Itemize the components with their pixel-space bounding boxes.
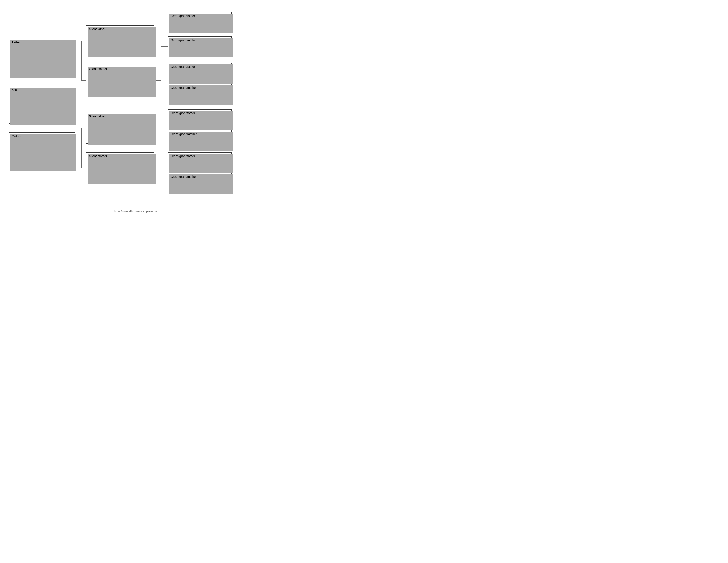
you-box: You: [9, 86, 75, 124]
great-grandmother-3-label: Great-grandmother: [171, 132, 197, 136]
great-grandfather-3-label: Great-grandfather: [171, 111, 195, 115]
great-grandmother-2-label: Great-grandmother: [171, 86, 197, 89]
grandfather-paternal-label: Grandfather: [89, 27, 105, 31]
great-grandfather-1-label: Great-grandfather: [171, 14, 195, 18]
great-grandmother-4-box: Great-grandmother: [168, 173, 232, 193]
great-grandfather-4-box: Great-grandfather: [168, 152, 232, 172]
great-grandmother-2-box: Great-grandmother: [168, 84, 232, 104]
footer-url: https://www.allbusinesstemplates.com: [114, 210, 159, 213]
you-label: You: [12, 88, 17, 92]
father-label: Father: [12, 41, 21, 44]
father-box: Father: [9, 39, 75, 77]
grandfather-maternal-label: Grandfather: [89, 115, 105, 118]
grandmother-paternal-box: Grandmother: [86, 65, 154, 96]
great-grandfather-3-box: Great-grandfather: [168, 109, 232, 129]
great-grandfather-2-box: Great-grandfather: [168, 63, 232, 83]
great-grandfather-4-label: Great-grandfather: [171, 154, 195, 158]
great-grandmother-3-box: Great-grandmother: [168, 130, 232, 150]
great-grandfather-2-label: Great-grandfather: [171, 65, 195, 68]
grandmother-maternal-label: Grandmother: [89, 154, 107, 158]
grandmother-maternal-box: Grandmother: [86, 152, 154, 183]
great-grandmother-1-box: Great-grandmother: [168, 36, 232, 56]
great-grandfather-1-box: Great-grandfather: [168, 12, 232, 32]
mother-box: Mother: [9, 132, 75, 170]
great-grandmother-1-label: Great-grandmother: [171, 38, 197, 42]
grandmother-paternal-label: Grandmother: [89, 67, 107, 71]
great-grandmother-4-label: Great-grandmother: [171, 175, 197, 178]
mother-label: Mother: [12, 134, 21, 138]
grandfather-paternal-box: Grandfather: [86, 25, 154, 56]
grandfather-maternal-box: Grandfather: [86, 113, 154, 143]
